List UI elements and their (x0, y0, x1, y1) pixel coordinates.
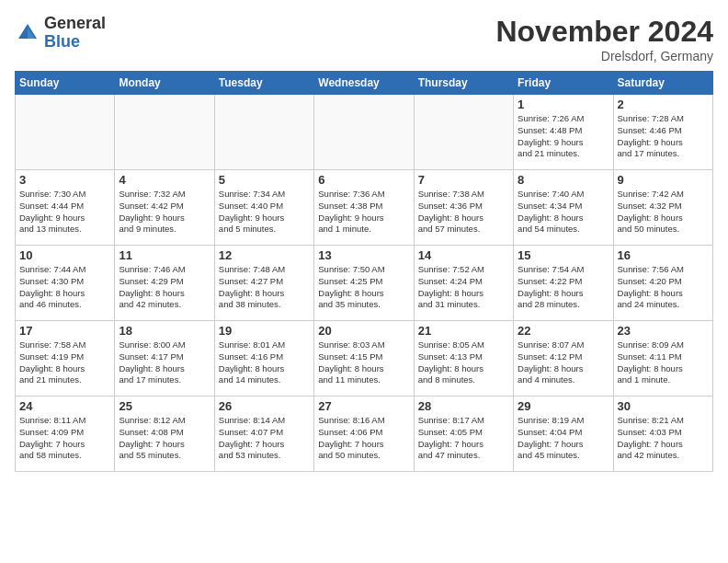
header-tuesday: Tuesday (214, 72, 313, 95)
calendar-week-1: 3Sunrise: 7:30 AM Sunset: 4:44 PM Daylig… (16, 170, 713, 246)
day-info: Sunrise: 8:05 AM Sunset: 4:13 PM Dayligh… (418, 339, 509, 386)
logo: General Blue (15, 15, 106, 52)
header-friday: Friday (514, 72, 613, 95)
calendar-cell: 20Sunrise: 8:03 AM Sunset: 4:15 PM Dayli… (314, 321, 414, 396)
day-info: Sunrise: 8:19 AM Sunset: 4:04 PM Dayligh… (518, 415, 609, 462)
day-number: 6 (318, 173, 409, 187)
day-number: 14 (418, 248, 509, 262)
day-info: Sunrise: 8:16 AM Sunset: 4:06 PM Dayligh… (318, 415, 409, 462)
day-info: Sunrise: 8:11 AM Sunset: 4:09 PM Dayligh… (19, 415, 110, 462)
day-info: Sunrise: 7:30 AM Sunset: 4:44 PM Dayligh… (19, 189, 110, 236)
logo-general: General (44, 15, 106, 33)
header-saturday: Saturday (613, 72, 712, 95)
calendar-cell: 29Sunrise: 8:19 AM Sunset: 4:04 PM Dayli… (514, 396, 613, 472)
calendar-cell: 4Sunrise: 7:32 AM Sunset: 4:42 PM Daylig… (115, 170, 214, 246)
day-number: 26 (219, 399, 310, 413)
calendar-week-2: 10Sunrise: 7:44 AM Sunset: 4:30 PM Dayli… (16, 246, 713, 321)
calendar-cell: 16Sunrise: 7:56 AM Sunset: 4:20 PM Dayli… (613, 246, 712, 321)
day-number: 16 (618, 248, 709, 262)
header-wednesday: Wednesday (314, 72, 414, 95)
day-info: Sunrise: 7:32 AM Sunset: 4:42 PM Dayligh… (119, 189, 210, 236)
calendar-cell (214, 95, 313, 170)
day-number: 3 (19, 173, 110, 187)
calendar-cell: 12Sunrise: 7:48 AM Sunset: 4:27 PM Dayli… (214, 246, 313, 321)
calendar-cell: 5Sunrise: 7:34 AM Sunset: 4:40 PM Daylig… (214, 170, 313, 246)
day-number: 13 (318, 248, 409, 262)
day-info: Sunrise: 8:14 AM Sunset: 4:07 PM Dayligh… (219, 415, 310, 462)
day-number: 9 (618, 173, 709, 187)
day-info: Sunrise: 7:48 AM Sunset: 4:27 PM Dayligh… (219, 264, 310, 311)
day-info: Sunrise: 8:12 AM Sunset: 4:08 PM Dayligh… (119, 415, 210, 462)
logo-text: General Blue (44, 15, 106, 52)
day-number: 24 (19, 399, 110, 413)
day-info: Sunrise: 7:50 AM Sunset: 4:25 PM Dayligh… (318, 264, 409, 311)
day-info: Sunrise: 8:01 AM Sunset: 4:16 PM Dayligh… (219, 339, 310, 386)
calendar-cell: 24Sunrise: 8:11 AM Sunset: 4:09 PM Dayli… (16, 396, 115, 472)
day-info: Sunrise: 7:44 AM Sunset: 4:30 PM Dayligh… (19, 264, 110, 311)
day-number: 17 (19, 324, 110, 338)
day-number: 30 (618, 399, 709, 413)
calendar-cell: 26Sunrise: 8:14 AM Sunset: 4:07 PM Dayli… (214, 396, 313, 472)
day-info: Sunrise: 7:46 AM Sunset: 4:29 PM Dayligh… (119, 264, 210, 311)
day-number: 22 (518, 324, 609, 338)
calendar-cell: 14Sunrise: 7:52 AM Sunset: 4:24 PM Dayli… (414, 246, 513, 321)
day-number: 20 (318, 324, 409, 338)
day-info: Sunrise: 7:28 AM Sunset: 4:46 PM Dayligh… (618, 113, 709, 160)
calendar-cell: 28Sunrise: 8:17 AM Sunset: 4:05 PM Dayli… (414, 396, 513, 472)
calendar-cell (414, 95, 513, 170)
day-info: Sunrise: 8:17 AM Sunset: 4:05 PM Dayligh… (418, 415, 509, 462)
calendar-cell: 6Sunrise: 7:36 AM Sunset: 4:38 PM Daylig… (314, 170, 414, 246)
day-info: Sunrise: 8:03 AM Sunset: 4:15 PM Dayligh… (318, 339, 409, 386)
logo-blue: Blue (44, 33, 106, 52)
day-number: 18 (119, 324, 210, 338)
day-info: Sunrise: 7:38 AM Sunset: 4:36 PM Dayligh… (418, 189, 509, 236)
month-title: November 2024 (495, 15, 713, 49)
calendar-cell: 18Sunrise: 8:00 AM Sunset: 4:17 PM Dayli… (115, 321, 214, 396)
title-block: November 2024 Drelsdorf, Germany (495, 15, 713, 63)
calendar-week-4: 24Sunrise: 8:11 AM Sunset: 4:09 PM Dayli… (16, 396, 713, 472)
day-number: 19 (219, 324, 310, 338)
day-info: Sunrise: 7:52 AM Sunset: 4:24 PM Dayligh… (418, 264, 509, 311)
calendar-cell: 10Sunrise: 7:44 AM Sunset: 4:30 PM Dayli… (16, 246, 115, 321)
day-info: Sunrise: 7:26 AM Sunset: 4:48 PM Dayligh… (518, 113, 609, 160)
day-info: Sunrise: 7:56 AM Sunset: 4:20 PM Dayligh… (618, 264, 709, 311)
day-number: 7 (418, 173, 509, 187)
location: Drelsdorf, Germany (495, 49, 713, 63)
calendar-cell: 7Sunrise: 7:38 AM Sunset: 4:36 PM Daylig… (414, 170, 513, 246)
weekday-header-row: Sunday Monday Tuesday Wednesday Thursday… (16, 72, 713, 95)
logo-icon (15, 20, 40, 46)
day-number: 29 (518, 399, 609, 413)
day-number: 28 (418, 399, 509, 413)
calendar-cell: 19Sunrise: 8:01 AM Sunset: 4:16 PM Dayli… (214, 321, 313, 396)
day-info: Sunrise: 8:00 AM Sunset: 4:17 PM Dayligh… (119, 339, 210, 386)
day-number: 4 (119, 173, 210, 187)
calendar-cell: 8Sunrise: 7:40 AM Sunset: 4:34 PM Daylig… (514, 170, 613, 246)
day-number: 21 (418, 324, 509, 338)
calendar-cell: 21Sunrise: 8:05 AM Sunset: 4:13 PM Dayli… (414, 321, 513, 396)
day-info: Sunrise: 7:42 AM Sunset: 4:32 PM Dayligh… (618, 189, 709, 236)
day-info: Sunrise: 8:21 AM Sunset: 4:03 PM Dayligh… (618, 415, 709, 462)
calendar-table: Sunday Monday Tuesday Wednesday Thursday… (15, 71, 713, 472)
calendar-cell: 3Sunrise: 7:30 AM Sunset: 4:44 PM Daylig… (16, 170, 115, 246)
day-info: Sunrise: 7:36 AM Sunset: 4:38 PM Dayligh… (318, 189, 409, 236)
day-info: Sunrise: 7:54 AM Sunset: 4:22 PM Dayligh… (518, 264, 609, 311)
calendar-cell: 17Sunrise: 7:58 AM Sunset: 4:19 PM Dayli… (16, 321, 115, 396)
calendar-cell: 23Sunrise: 8:09 AM Sunset: 4:11 PM Dayli… (613, 321, 712, 396)
header: General Blue November 2024 Drelsdorf, Ge… (15, 15, 713, 63)
header-sunday: Sunday (16, 72, 115, 95)
header-monday: Monday (115, 72, 214, 95)
day-info: Sunrise: 8:09 AM Sunset: 4:11 PM Dayligh… (618, 339, 709, 386)
page: General Blue November 2024 Drelsdorf, Ge… (0, 0, 728, 563)
day-number: 11 (119, 248, 210, 262)
day-info: Sunrise: 7:40 AM Sunset: 4:34 PM Dayligh… (518, 189, 609, 236)
day-number: 27 (318, 399, 409, 413)
calendar-week-0: 1Sunrise: 7:26 AM Sunset: 4:48 PM Daylig… (16, 95, 713, 170)
day-number: 12 (219, 248, 310, 262)
calendar-cell: 13Sunrise: 7:50 AM Sunset: 4:25 PM Dayli… (314, 246, 414, 321)
header-thursday: Thursday (414, 72, 513, 95)
calendar-cell: 9Sunrise: 7:42 AM Sunset: 4:32 PM Daylig… (613, 170, 712, 246)
calendar-cell (115, 95, 214, 170)
calendar-cell (16, 95, 115, 170)
day-number: 10 (19, 248, 110, 262)
day-number: 23 (618, 324, 709, 338)
